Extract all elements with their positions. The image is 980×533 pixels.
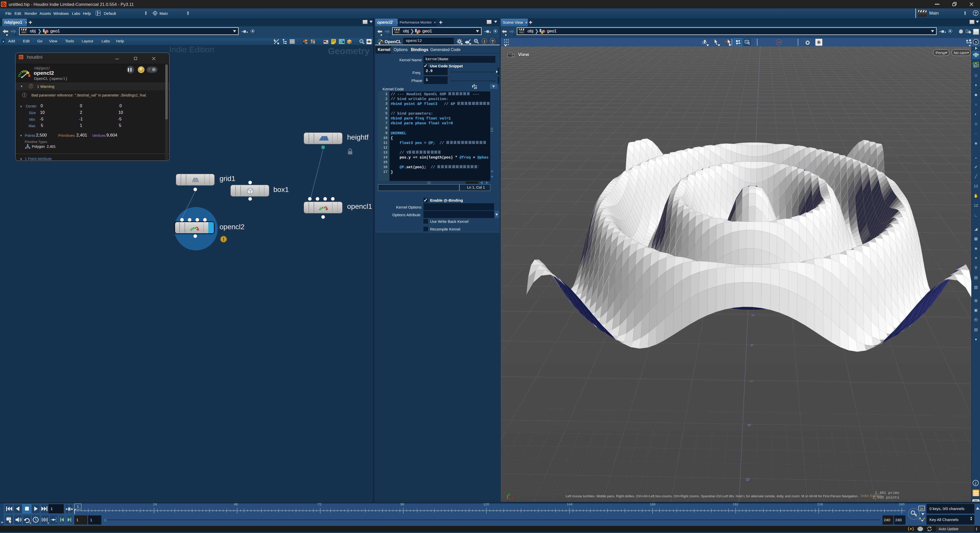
svg-text:x: x (511, 495, 514, 499)
svg-text:z: z (507, 498, 509, 501)
svg-text:y: y (508, 492, 510, 496)
